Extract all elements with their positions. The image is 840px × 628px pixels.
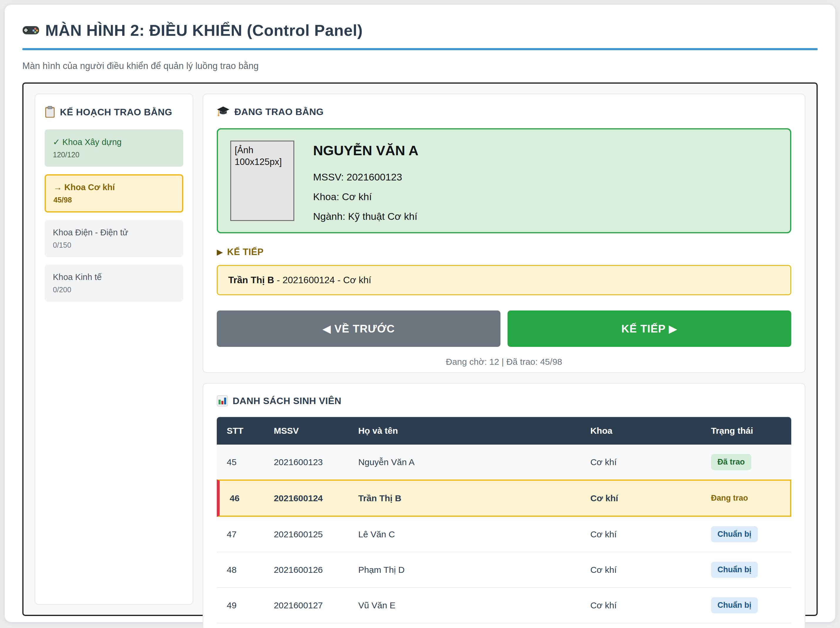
- student-list-card: DANH SÁCH SINH VIÊN STT MSSV Họ và tên K…: [203, 383, 805, 628]
- cell-status: Đang trao: [704, 480, 791, 517]
- department-count: 0/200: [53, 285, 175, 294]
- main-column: ĐANG TRAO BẰNG [Ảnh 100x125px] NGUYỄN VĂ…: [203, 94, 805, 605]
- table-row[interactable]: 45 2021600123 Nguyễn Văn A Cơ khí Đã tra…: [217, 445, 791, 480]
- cell-khoa: Cơ khí: [583, 480, 704, 517]
- student-mssv: MSSV: 2021600123: [313, 172, 418, 183]
- control-buttons: ◀ VỀ TRƯỚC KẾ TIẾP ▶: [217, 310, 791, 347]
- department-label: Khoa Điện - Điện tử: [53, 228, 175, 238]
- sidebar-title: KẾ HOẠCH TRAO BẰNG: [60, 107, 172, 118]
- cell-mssv: 2021600127: [267, 588, 351, 623]
- table-row[interactable]: 47 2021600125 Lê Văn C Cơ khí Chuẩn bị: [217, 517, 791, 552]
- department-count: 45/98: [54, 196, 174, 204]
- student-list-header: DANH SÁCH SINH VIÊN: [217, 395, 791, 406]
- cell-stt: 49: [217, 588, 267, 623]
- cell-status: Chuẩn bị: [704, 552, 791, 588]
- cell-stt: 46: [217, 480, 267, 517]
- cell-mssv: 2021600123: [267, 445, 351, 480]
- cell-khoa: Cơ khí: [583, 588, 704, 623]
- student-info: NGUYỄN VĂN A MSSV: 2021600123 Khoa: Cơ k…: [313, 140, 418, 221]
- now-presenting-title: ĐANG TRAO BẰNG: [234, 107, 324, 117]
- cell-stt: 47: [217, 517, 267, 552]
- col-header-stt: STT: [217, 417, 267, 445]
- now-presenting-card: ĐANG TRAO BẰNG [Ảnh 100x125px] NGUYỄN VĂ…: [203, 94, 805, 373]
- department-label: ✓ Khoa Xây dựng: [53, 137, 175, 147]
- student-name: NGUYỄN VĂN A: [313, 142, 418, 159]
- gamepad-icon: [22, 24, 39, 37]
- clipboard-icon: [45, 106, 55, 118]
- now-presenting-header: ĐANG TRAO BẰNG: [217, 106, 791, 118]
- title-divider: [22, 48, 818, 50]
- sidebar-header: KẾ HOẠCH TRAO BẰNG: [45, 106, 183, 118]
- next-up-panel: Trần Thị B - 2021600124 - Cơ khí: [217, 265, 791, 295]
- table-row[interactable]: 48 2021600126 Phạm Thị D Cơ khí Chuẩn bị: [217, 552, 791, 588]
- table-header-row: STT MSSV Họ và tên Khoa Trạng thái: [217, 417, 791, 445]
- student-table: STT MSSV Họ và tên Khoa Trạng thái 45: [217, 417, 791, 623]
- next-up-header: ▶ KẾ TIẾP: [217, 247, 791, 257]
- col-header-khoa: Khoa: [583, 417, 704, 445]
- table-row[interactable]: 49 2021600127 Vũ Văn E Cơ khí Chuẩn bị: [217, 588, 791, 623]
- status-badge: Đã trao: [711, 454, 751, 470]
- cell-mssv: 2021600126: [267, 552, 351, 588]
- page-title: MÀN HÌNH 2: ĐIỀU KHIỂN (Control Panel): [45, 21, 363, 39]
- department-label: → Khoa Cơ khí: [54, 183, 174, 192]
- next-student-name: Trần Thị B: [228, 275, 274, 285]
- previous-button[interactable]: ◀ VỀ TRƯỚC: [217, 310, 501, 347]
- ceremony-plan-sidebar: KẾ HOẠCH TRAO BẰNG ✓ Khoa Xây dựng 120/1…: [35, 94, 193, 605]
- student-nganh: Ngành: Kỹ thuật Cơ khí: [313, 211, 418, 222]
- control-panel-frame: KẾ HOẠCH TRAO BẰNG ✓ Khoa Xây dựng 120/1…: [22, 82, 818, 616]
- department-item[interactable]: Khoa Kinh tế 0/200: [45, 265, 183, 302]
- next-student-details: - 2021600124 - Cơ khí: [274, 275, 371, 285]
- play-marker-icon: ▶: [217, 247, 223, 257]
- cell-name: Lê Văn C: [351, 517, 583, 552]
- cell-name: Trần Thị B: [351, 480, 583, 517]
- cell-name: Phạm Thị D: [351, 552, 583, 588]
- student-table-body: 45 2021600123 Nguyễn Văn A Cơ khí Đã tra…: [217, 445, 791, 623]
- cell-status: Chuẩn bị: [704, 517, 791, 552]
- table-row[interactable]: 46 2021600124 Trần Thị B Cơ khí Đang tra…: [217, 480, 791, 517]
- cell-status: Đã trao: [704, 445, 791, 480]
- department-item[interactable]: → Khoa Cơ khí 45/98: [45, 174, 183, 212]
- status-badge: Chuẩn bị: [711, 526, 758, 542]
- cell-mssv: 2021600124: [267, 480, 351, 517]
- cell-status: Chuẩn bị: [704, 588, 791, 623]
- cell-khoa: Cơ khí: [583, 445, 704, 480]
- cell-khoa: Cơ khí: [583, 552, 704, 588]
- department-count: 0/150: [53, 241, 175, 249]
- cell-khoa: Cơ khí: [583, 517, 704, 552]
- col-header-mssv: MSSV: [267, 417, 351, 445]
- student-list-title: DANH SÁCH SINH VIÊN: [233, 395, 341, 406]
- student-photo-placeholder: [Ảnh 100x125px]: [230, 140, 294, 221]
- department-item[interactable]: Khoa Điện - Điện tử 0/150: [45, 220, 183, 257]
- page-header: MÀN HÌNH 2: ĐIỀU KHIỂN (Control Panel): [22, 21, 823, 39]
- now-presenting-panel: [Ảnh 100x125px] NGUYỄN VĂN A MSSV: 20216…: [217, 128, 791, 233]
- department-item[interactable]: ✓ Khoa Xây dựng 120/120: [45, 129, 183, 167]
- col-header-name: Họ và tên: [351, 417, 583, 445]
- cell-stt: 45: [217, 445, 267, 480]
- department-count: 120/120: [53, 151, 175, 159]
- status-badge: Đang trao: [711, 490, 748, 506]
- cell-stt: 48: [217, 552, 267, 588]
- status-badge: Chuẩn bị: [711, 562, 758, 578]
- page-card: MÀN HÌNH 2: ĐIỀU KHIỂN (Control Panel) M…: [5, 5, 835, 622]
- bar-chart-icon: [217, 395, 228, 406]
- col-header-status: Trạng thái: [704, 417, 791, 445]
- department-list: ✓ Khoa Xây dựng 120/120 → Khoa Cơ khí 45…: [45, 129, 183, 302]
- cell-name: Nguyễn Văn A: [351, 445, 583, 480]
- next-up-title: KẾ TIẾP: [227, 247, 264, 257]
- student-khoa: Khoa: Cơ khí: [313, 191, 418, 203]
- next-button[interactable]: KẾ TIẾP ▶: [507, 310, 791, 347]
- status-badge: Chuẩn bị: [711, 597, 758, 613]
- queue-status-line: Đang chờ: 12 | Đã trao: 45/98: [217, 357, 791, 367]
- cell-mssv: 2021600125: [267, 517, 351, 552]
- page-subtitle: Màn hình của người điều khiển để quản lý…: [22, 61, 823, 71]
- graduation-cap-icon: [217, 106, 230, 118]
- department-label: Khoa Kinh tế: [53, 272, 175, 282]
- cell-name: Vũ Văn E: [351, 588, 583, 623]
- table-footer-note: ... còn 44 sinh viên trong danh sách ...: [217, 623, 791, 628]
